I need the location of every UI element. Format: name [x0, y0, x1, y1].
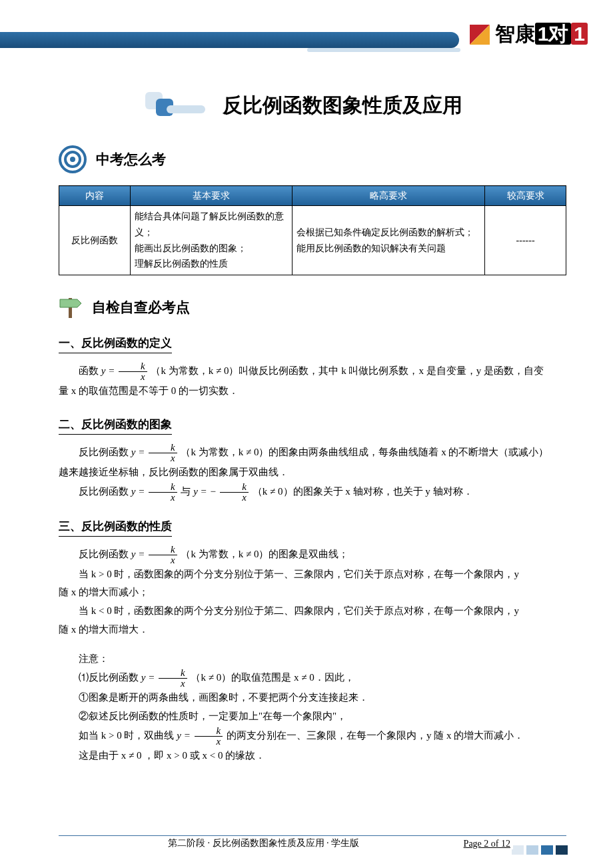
para1-a: 函数 [79, 365, 101, 376]
cell-c2: 能结合具体问题了解反比例函数的意义； 能画出反比例函数的图象； 理解反比例函数的… [130, 206, 293, 275]
svg-marker-9 [60, 299, 81, 307]
section2-heading: 自检自查必考点 [92, 298, 190, 317]
cell-c1: 反比例函数 [59, 206, 131, 275]
para1: 函数 y = kx （k 为常数，k ≠ 0）叫做反比例函数，其中 k 叫做比例… [59, 361, 566, 382]
note4: 如当 k > 0 时，双曲线 y = kx 的两支分别在一、三象限，在每一个象限… [59, 726, 566, 747]
th-content: 内容 [59, 186, 131, 206]
sub2-heading: 二、反比例函数的图象 [59, 417, 566, 435]
frac-k-over-x-icon: kx [195, 726, 223, 747]
note1: ⑴反比例函数 y = kx （k ≠ 0）的取值范围是 x ≠ 0．因此， [59, 668, 566, 689]
requirements-table: 内容 基本要求 略高要求 较高要求 反比例函数 能结合具体问题了解反比例函数的意… [59, 185, 566, 275]
para2f: （k ≠ 0）的图象关于 x 轴对称，也关于 y 轴对称． [253, 486, 473, 497]
table-row: 反比例函数 能结合具体问题了解反比例函数的意义； 能画出反比例函数的图象； 理解… [59, 206, 566, 275]
para2-2: 反比例函数 y = kx 与 y = − kx （k ≠ 0）的图象关于 x 轴… [59, 482, 566, 503]
cell-c3: 会根据已知条件确定反比例函数的解析式； 能用反比例函数的知识解决有关问题 [293, 206, 485, 275]
para1-b: （k 为常数，k ≠ 0）叫做反比例函数，其中 k 叫做比例系数，x 是自变量，… [151, 365, 543, 376]
signpost-icon [59, 295, 83, 319]
page-title: 反比例函数图象性质及应用 [223, 92, 462, 119]
th-mid: 略高要求 [293, 186, 485, 206]
brand-logo: 智康1对1 [468, 21, 588, 48]
footer-left: 第二阶段 · 反比例函数图象性质及应用 · 学生版 [165, 837, 362, 849]
note-head: 注意： [59, 650, 566, 669]
note1b: （k ≠ 0）的取值范围是 x ≠ 0．因此， [191, 672, 354, 683]
sub1-heading-text: 一、反比例函数的定义 [59, 335, 172, 353]
title-decor-icon [145, 89, 205, 121]
frac-k-over-x-icon: kx [149, 482, 177, 503]
brand-badge1: 1对 [535, 23, 572, 45]
section1-header: 中考怎么考 [59, 145, 566, 173]
sub2-heading-text: 二、反比例函数的图象 [59, 417, 172, 435]
footer: 第二阶段 · 反比例函数图象性质及应用 · 学生版 Page 2 of 12 [59, 837, 566, 849]
footer-blocks-icon [512, 845, 568, 855]
note4b: 的两支分别在一、三象限，在每一个象限内，y 随 x 的增大而减小． [227, 730, 524, 741]
sub3-heading-text: 三、反比例函数的性质 [59, 519, 172, 537]
para2c: 越来越接近坐标轴，反比例函数的图象属于双曲线． [59, 463, 566, 482]
note1a: ⑴反比例函数 [79, 672, 141, 683]
para3b: （k 为常数，k ≠ 0）的图象是双曲线； [181, 549, 348, 559]
th-basic: 基本要求 [130, 186, 293, 206]
title-block: 反比例函数图象性质及应用 [145, 89, 566, 121]
para3c2: 随 x 的增大而减小； [59, 583, 566, 602]
brand-text: 智康1对1 [495, 21, 588, 48]
para2d: 反比例函数 [79, 486, 131, 497]
para3a: 反比例函数 [79, 549, 131, 559]
brand-icon [468, 23, 491, 46]
frac-k-over-x-icon: kx [149, 545, 177, 565]
footer-line [59, 835, 566, 836]
frac-k-over-x-icon: kx [119, 361, 147, 382]
para3-1: 反比例函数 y = kx （k 为常数，k ≠ 0）的图象是双曲线； [59, 545, 566, 565]
para2e: 与 [181, 486, 193, 497]
section1-heading: 中考怎么考 [96, 150, 166, 169]
header-swoosh [0, 32, 459, 48]
para3c: 当 k > 0 时，函数图象的两个分支分别位于第一、三象限内，它们关于原点对称，… [59, 565, 566, 584]
target-icon [59, 145, 87, 173]
frac-k-over-x-icon: kx [149, 443, 177, 463]
header-bar: 智康1对1 [0, 28, 613, 48]
para1c: 量 x 的取值范围是不等于 0 的一切实数． [59, 382, 566, 401]
para3d2: 随 x 的增大而增大． [59, 621, 566, 639]
th-high: 较高要求 [485, 186, 566, 206]
svg-point-7 [70, 157, 75, 162]
frac-k-over-x-icon: kx [159, 668, 187, 689]
para3d: 当 k < 0 时，函数图象的两个分支分别位于第二、四象限内，它们关于原点对称，… [59, 602, 566, 621]
frac-neg-k-over-x-icon: kx [220, 482, 249, 503]
cell-c4: ------ [485, 206, 566, 275]
sub1-heading: 一、反比例函数的定义 [59, 335, 566, 353]
note4a: 如当 k > 0 时，双曲线 [79, 730, 177, 741]
para2a: 反比例函数 [79, 447, 131, 457]
note3: ②叙述反比例函数的性质时，一定要加上"在每一个象限内"， [59, 707, 566, 726]
note2: ①图象是断开的两条曲线，画图象时，不要把两个分支连接起来． [59, 689, 566, 707]
note5: 这是由于 x ≠ 0 ，即 x > 0 或 x < 0 的缘故． [59, 747, 566, 765]
para2b: （k 为常数，k ≠ 0）的图象由两条曲线组成，每条曲线随着 x 的不断增大（或… [181, 447, 548, 457]
svg-rect-4 [167, 105, 205, 113]
page-content: 反比例函数图象性质及应用 中考怎么考 内容 基本要求 略高要求 较高要求 反比例… [59, 80, 566, 828]
footer-right: Page 2 of 12 [461, 839, 513, 849]
sub3-heading: 三、反比例函数的性质 [59, 519, 566, 537]
brand-name: 智康 [495, 23, 535, 45]
section2-header: 自检自查必考点 [59, 295, 566, 319]
brand-badge2: 1 [571, 23, 588, 45]
para2-1: 反比例函数 y = kx （k 为常数，k ≠ 0）的图象由两条曲线组成，每条曲… [59, 443, 566, 463]
